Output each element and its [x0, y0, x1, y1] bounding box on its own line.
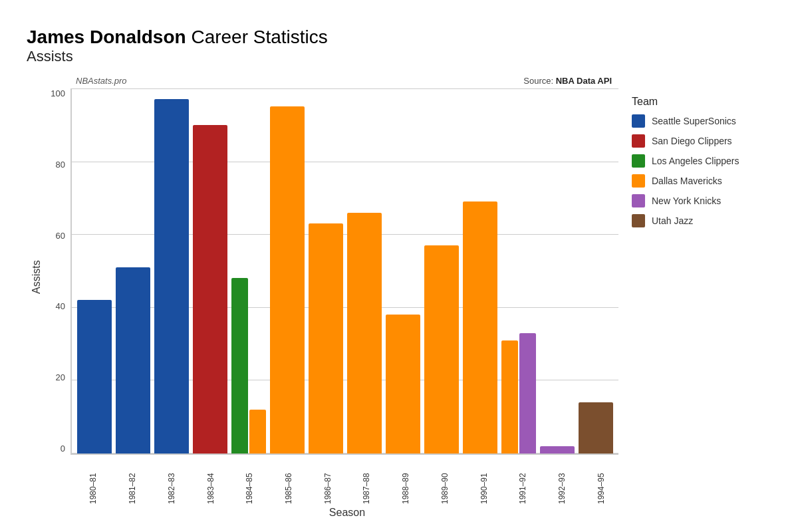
- bar-wrapper: [540, 88, 575, 454]
- x-label-wrapper: 1990–91: [466, 458, 501, 504]
- bar: [270, 106, 305, 454]
- nba-stats-watermark: NBAstats.pro: [76, 76, 127, 86]
- chart-container: NBAstats.pro Source: NBA Data API 020406…: [43, 76, 618, 519]
- legend: Team Seattle SuperSonicsSan Diego Clippe…: [618, 76, 771, 519]
- bar: [154, 99, 189, 454]
- grid-and-bars: 020406080100: [43, 88, 618, 455]
- legend-item: San Diego Clippers: [632, 134, 771, 148]
- legend-items: Seattle SuperSonicsSan Diego ClippersLos…: [632, 114, 771, 227]
- bar-wrapper: [501, 88, 536, 454]
- chart-area: Assists NBAstats.pro Source: NBA Data AP…: [27, 76, 771, 519]
- legend-item: Los Angeles Clippers: [632, 154, 771, 168]
- legend-color-box: [632, 154, 645, 168]
- x-label-wrapper: 1992–93: [545, 458, 580, 504]
- bar: [77, 300, 112, 454]
- bar-wrapper: [77, 88, 112, 454]
- x-label-wrapper: 1982–83: [154, 458, 189, 504]
- legend-label: New York Knicks: [652, 196, 721, 206]
- bar: [519, 333, 536, 454]
- bar-wrapper: [347, 88, 382, 454]
- bar: [116, 267, 150, 454]
- x-label: 1981–82: [128, 458, 137, 504]
- bar-wrapper: [116, 88, 150, 454]
- bar: [424, 245, 459, 454]
- x-label: 1980–81: [88, 458, 98, 504]
- bar-wrapper: [463, 88, 497, 454]
- legend-title: Team: [632, 96, 771, 108]
- x-label: 1982–83: [167, 458, 176, 504]
- legend-item: Utah Jazz: [632, 214, 771, 227]
- legend-color-box: [632, 134, 645, 148]
- bars-row: [72, 88, 618, 454]
- x-label: 1994–95: [597, 458, 606, 504]
- main-title: James Donaldson Career Statistics: [27, 27, 771, 48]
- y-ticks: 020406080100: [43, 88, 70, 455]
- bar: [463, 201, 497, 454]
- x-label: 1991–92: [518, 458, 527, 504]
- bars-grid: [70, 88, 618, 455]
- bar: [347, 213, 382, 454]
- legend-item: Dallas Mavericks: [632, 174, 771, 188]
- bar: [231, 278, 248, 454]
- player-name: James Donaldson: [27, 27, 186, 47]
- title-section: James Donaldson Career Statistics Assist…: [27, 27, 771, 65]
- x-label-wrapper: 1994–95: [583, 458, 618, 504]
- x-label: 1986–87: [323, 458, 332, 504]
- title-normal: Career Statistics: [186, 27, 328, 47]
- x-label-wrapper: 1987–88: [349, 458, 384, 504]
- bar-wrapper: [386, 88, 420, 454]
- y-tick: 60: [43, 231, 65, 241]
- x-label: 1989–90: [440, 458, 450, 504]
- x-label-wrapper: 1989–90: [427, 458, 462, 504]
- x-label-wrapper: 1981–82: [115, 458, 150, 504]
- bar-wrapper: [270, 88, 305, 454]
- bar: [501, 340, 518, 454]
- legend-item: Seattle SuperSonics: [632, 114, 771, 128]
- source-watermark: NBAstats.pro Source: NBA Data API: [43, 76, 618, 86]
- legend-color-box: [632, 214, 645, 227]
- bar-wrapper: [154, 88, 189, 454]
- y-tick: 40: [43, 301, 65, 311]
- bar-wrapper: [579, 88, 613, 454]
- bar: [579, 402, 613, 454]
- x-label-wrapper: 1991–92: [505, 458, 541, 504]
- bar-wrapper: [309, 88, 343, 454]
- x-label-wrapper: 1986–87: [310, 458, 345, 504]
- bar-wrapper: [231, 88, 266, 454]
- chart-inner: 020406080100 1980–811981–821982–831983–8…: [43, 88, 618, 519]
- x-label-wrapper: 1985–86: [271, 458, 307, 504]
- x-label: 1990–91: [479, 458, 489, 504]
- x-label-wrapper: 1984–85: [232, 458, 267, 504]
- legend-color-box: [632, 194, 645, 207]
- bar-wrapper: [424, 88, 459, 454]
- bar: [249, 410, 266, 454]
- x-label: 1983–84: [206, 458, 215, 504]
- x-axis-title: Season: [43, 507, 618, 519]
- bar: [193, 125, 227, 454]
- legend-label: Los Angeles Clippers: [652, 156, 739, 166]
- legend-color-box: [632, 174, 645, 188]
- x-label-wrapper: 1980–81: [76, 458, 111, 504]
- chart-and-legend: NBAstats.pro Source: NBA Data API 020406…: [43, 76, 771, 519]
- y-tick: 0: [43, 444, 65, 454]
- legend-label: Utah Jazz: [652, 215, 693, 226]
- bar: [386, 315, 420, 454]
- source-label: Source: NBA Data API: [523, 76, 612, 86]
- subtitle: Assists: [27, 48, 771, 65]
- legend-label: Seattle SuperSonics: [652, 116, 736, 126]
- legend-label: San Diego Clippers: [652, 136, 732, 146]
- legend-label: Dallas Mavericks: [652, 176, 722, 186]
- y-axis-label: Assists: [27, 76, 43, 479]
- x-label-wrapper: 1988–89: [388, 458, 424, 504]
- x-label: 1987–88: [362, 458, 371, 504]
- bar: [540, 446, 575, 454]
- x-label: 1984–85: [245, 458, 254, 504]
- y-tick: 20: [43, 372, 65, 382]
- x-labels: 1980–811981–821982–831983–841984–851985–…: [43, 458, 618, 504]
- legend-item: New York Knicks: [632, 194, 771, 207]
- y-tick: 80: [43, 160, 65, 170]
- y-tick: 100: [43, 88, 65, 98]
- x-label: 1988–89: [401, 458, 410, 504]
- bar-wrapper: [193, 88, 227, 454]
- bar: [309, 223, 343, 454]
